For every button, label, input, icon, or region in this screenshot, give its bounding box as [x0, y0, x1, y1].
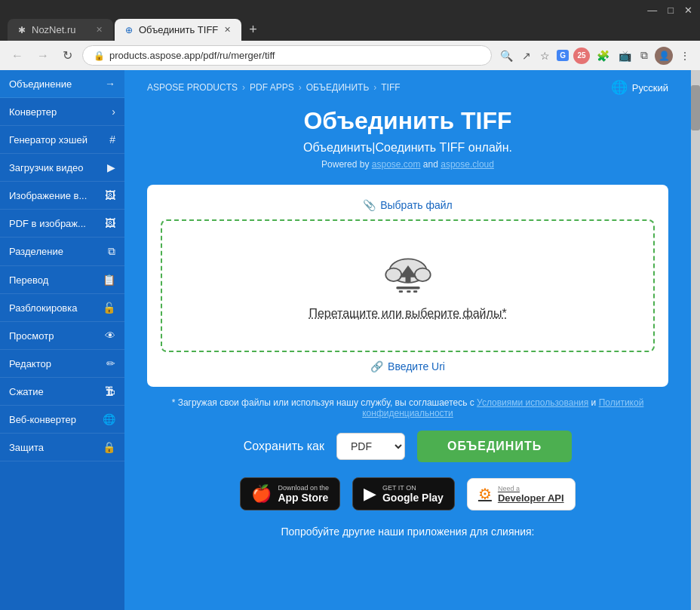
format-select[interactable]: PDF DOCX XLSX PNG JPEG [336, 433, 405, 460]
sidebar-item-image[interactable]: Изображение в... 🖼 [0, 182, 124, 210]
sidebar-item-union[interactable]: Объединение → [0, 70, 124, 98]
sidebar-item-editor[interactable]: Редактор ✏ [0, 350, 124, 378]
sidebar-icon-translate: 📋 [103, 274, 115, 286]
dev-api-icon: ⚙ [478, 485, 492, 503]
sidebar-item-protect[interactable]: Защита 🔒 [0, 434, 124, 461]
paperclip-icon: 📎 [363, 199, 376, 211]
app-store-label: App Store [278, 492, 329, 504]
puzzle-icon[interactable]: 🧩 [594, 48, 612, 64]
terms-text: * Загружая свои файлы или используя нашу… [147, 397, 668, 418]
breadcrumb-pdf-apps[interactable]: PDF APPS [250, 82, 294, 93]
lock-icon: 🔒 [94, 51, 105, 61]
sidebar-item-translate[interactable]: Перевод 📋 [0, 266, 124, 294]
sidebar-label-compress: Сжатие [9, 386, 105, 397]
toolbar-icons: 🔍 ↗ ☆ G 25 🧩 📺 ⧉ 👤 ⋮ [498, 47, 692, 65]
google-play-texts: GET IT ON Google Play [382, 484, 444, 504]
language-selector[interactable]: 🌐 Русский [611, 79, 668, 96]
sidebar-item-view[interactable]: Просмотр 👁 [0, 322, 124, 350]
window-controls[interactable]: — □ ✕ [647, 5, 692, 16]
sidebar-item-hash[interactable]: Генератор хэшей # [0, 126, 124, 154]
bookmark-icon[interactable]: ☆ [538, 48, 552, 64]
tab-close-tiff[interactable]: ✕ [224, 25, 231, 35]
google-play-pre: GET IT ON [382, 484, 444, 492]
profile-avatar[interactable]: 👤 [655, 47, 673, 65]
close-button[interactable]: ✕ [684, 5, 692, 16]
sidebar-icon-video: ▶ [107, 161, 115, 173]
tab-bar: ✱ NozNet.ru ✕ ⊕ Объединить TIFF ✕ + [0, 19, 700, 41]
svg-rect-6 [398, 290, 402, 293]
choose-file-button[interactable]: 📎 Выбрать файл [363, 199, 453, 211]
sidebar-label-webconv: Веб-конвертер [9, 414, 103, 425]
tab-label-tiff: Объединить TIFF [139, 24, 218, 35]
sidebar-label-union: Объединение [9, 78, 105, 90]
breadcrumb-merge[interactable]: ОБЪЕДИНИТЬ [306, 82, 370, 93]
aspose-cloud-link[interactable]: aspose.cloud [441, 159, 494, 170]
tab-tiff[interactable]: ⊕ Объединить TIFF ✕ [115, 19, 241, 41]
bottom-text: Попробуйте другие наши приложения для сл… [147, 526, 668, 538]
title-bar: — □ ✕ [0, 0, 700, 19]
sidebar-icon-pdf-image: 🖼 [105, 217, 115, 229]
sidebar-item-webconv[interactable]: Веб-конвертер 🌐 [0, 406, 124, 434]
sidebar-icon-webconv: 🌐 [103, 413, 115, 425]
sidebar-item-unlock[interactable]: Разблокировка 🔓 [0, 294, 124, 322]
sidebar-item-pdf-image[interactable]: PDF в изображ... 🖼 [0, 210, 124, 238]
svg-rect-7 [407, 290, 410, 293]
breadcrumb-row: ASPOSE PRODUCTS › PDF APPS › ОБЪЕДИНИТЬ … [147, 70, 668, 107]
tab-noznet[interactable]: ✱ NozNet.ru ✕ [8, 19, 113, 41]
save-label: Сохранить как [244, 440, 324, 453]
address-bar[interactable]: 🔒 products.aspose.app/pdf/ru/merger/tiff [82, 45, 492, 66]
breadcrumb-sep2: › [299, 82, 302, 93]
save-merge-row: Сохранить как PDF DOCX XLSX PNG JPEG ОБЪ… [147, 431, 668, 462]
sidebar-icon-compress: 🗜 [105, 385, 115, 397]
share-icon[interactable]: ↗ [520, 48, 533, 64]
google-play-button[interactable]: ▶ GET IT ON Google Play [352, 477, 455, 510]
tab-label-noznet: NozNet.ru [32, 24, 76, 35]
sidebar-toggle-icon[interactable]: ⧉ [638, 47, 650, 64]
sidebar-item-converter[interactable]: Конвертер › [0, 98, 124, 126]
powered-by: Powered by aspose.com and aspose.cloud [147, 159, 668, 170]
breadcrumb-products[interactable]: ASPOSE PRODUCTS [147, 82, 238, 93]
dev-api-button[interactable]: ⚙ Need a Developer API [467, 478, 576, 510]
new-tab-button[interactable]: + [243, 19, 263, 41]
reload-button[interactable]: ↻ [59, 47, 76, 64]
maximize-button[interactable]: □ [668, 5, 674, 16]
page-title: Объединить TIFF [147, 107, 668, 135]
sidebar-item-split[interactable]: Разделение ⧉ [0, 238, 124, 266]
extension2-icon[interactable]: 25 [573, 48, 590, 64]
sidebar-label-converter: Конвертер [9, 106, 112, 118]
scrollbar-thumb[interactable] [691, 85, 700, 130]
minimize-button[interactable]: — [647, 5, 657, 16]
app-store-texts: Download on the App Store [278, 484, 329, 504]
sidebar-icon-hash: # [109, 133, 115, 146]
scrollbar[interactable] [691, 70, 700, 610]
tab-close-noznet[interactable]: ✕ [96, 25, 103, 35]
app-buttons: 🍎 Download on the App Store ▶ GET IT ON … [147, 477, 668, 510]
uri-button[interactable]: 🔗 Введите Uri [370, 360, 445, 372]
sidebar-item-video[interactable]: Загрузчик видео ▶ [0, 154, 124, 182]
sidebar-label-protect: Защита [9, 442, 103, 453]
sidebar-icon-image: 🖼 [105, 189, 115, 201]
aspose-com-link[interactable]: aspose.com [372, 159, 421, 170]
breadcrumb-sep1: › [242, 82, 245, 93]
sidebar-icon-unlock: 🔓 [103, 302, 115, 314]
apple-icon: 🍎 [251, 484, 272, 504]
drop-zone[interactable]: Перетащите или выберите файлы* [161, 219, 655, 352]
sidebar-item-compress[interactable]: Сжатие 🗜 [0, 378, 124, 406]
app-store-button[interactable]: 🍎 Download on the App Store [240, 477, 340, 510]
back-button[interactable]: ← [8, 48, 27, 64]
merge-button[interactable]: ОБЪЕДИНИТЬ [417, 431, 572, 462]
forward-button[interactable]: → [33, 48, 53, 64]
dev-api-texts: Need a Developer API [498, 485, 564, 504]
address-text: products.aspose.app/pdf/ru/merger/tiff [109, 50, 275, 61]
sidebar-label-translate: Перевод [9, 274, 103, 286]
sidebar-icon-union: → [105, 78, 115, 90]
sidebar-label-view: Просмотр [9, 330, 105, 342]
svg-point-1 [385, 268, 401, 282]
svg-rect-5 [396, 287, 420, 290]
cast-icon[interactable]: 📺 [616, 48, 634, 64]
sidebar-icon-protect: 🔒 [103, 441, 115, 453]
extension-icon[interactable]: G [557, 50, 569, 61]
menu-icon[interactable]: ⋮ [677, 48, 692, 64]
search-icon[interactable]: 🔍 [498, 48, 515, 64]
terms-link[interactable]: Условиями использования [477, 397, 588, 408]
